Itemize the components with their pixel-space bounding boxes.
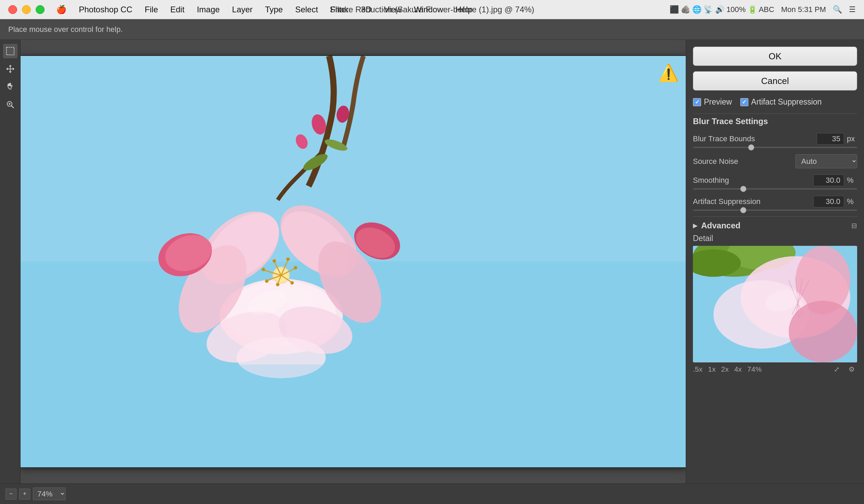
artifact-suppression-unit: %	[847, 197, 857, 206]
blur-trace-bounds-header: Blur Trace Bounds px	[693, 133, 857, 145]
cancel-button[interactable]: Cancel	[693, 71, 857, 91]
smoothing-unit: %	[847, 176, 857, 185]
blur-trace-bounds-unit: px	[847, 134, 857, 143]
blur-trace-bounds-slider[interactable]	[693, 147, 857, 148]
detail-preview-svg	[693, 246, 857, 362]
marquee-tool[interactable]	[3, 44, 17, 58]
zoom-0.5x[interactable]: .5x	[693, 365, 703, 373]
search-icon[interactable]: 🔍	[833, 5, 842, 14]
bottom-bar: − + 74% 50% 100% 200%	[0, 483, 864, 504]
canvas-area[interactable]: ⚠️	[21, 40, 686, 483]
zoom-2x[interactable]: 2x	[721, 365, 729, 373]
zoom-1x[interactable]: 1x	[708, 365, 716, 373]
menu-edit[interactable]: Edit	[164, 3, 191, 16]
advanced-label: Advanced	[701, 221, 741, 230]
titlebar-right: ⬛ 🪨 🌐 📡 🔊 100% 🔋 ABC Mon 5:31 PM 🔍 ☰	[670, 5, 856, 14]
artifact-suppression-label: Artifact Suppression	[751, 97, 822, 107]
zoom-tool[interactable]	[3, 97, 17, 112]
menu-image[interactable]: Image	[191, 3, 226, 16]
source-noise-row: Source Noise Auto Low Medium High	[693, 154, 857, 168]
menu-photoshop[interactable]: Photoshop CC	[73, 3, 139, 16]
checkboxes-row: Preview Artifact Suppression	[693, 96, 857, 108]
preview-checkbox[interactable]: Preview	[693, 97, 732, 107]
svg-point-39	[262, 268, 265, 271]
left-toolbar	[0, 40, 21, 483]
app-container: Place mouse over control for help.	[0, 19, 864, 504]
artifact-suppression-header: Artifact Suppression %	[693, 196, 857, 207]
artifact-suppression-input[interactable]	[813, 196, 844, 207]
right-panel: OK Cancel Preview Artifact Suppression B…	[686, 40, 864, 483]
zoom-minus-button[interactable]: −	[5, 489, 16, 500]
blur-trace-bounds-input[interactable]	[817, 133, 844, 145]
canvas-image: ⚠️	[21, 56, 686, 467]
menu-type[interactable]: Type	[259, 3, 289, 16]
artifact-suppression-settings-label: Artifact Suppression	[693, 197, 760, 206]
smoothing-input[interactable]	[813, 175, 844, 186]
zoom-74pct[interactable]: 74%	[747, 365, 762, 373]
maximize-button[interactable]	[36, 5, 45, 14]
warning-icon: ⚠️	[658, 63, 679, 83]
ok-button[interactable]: OK	[693, 47, 857, 66]
smoothing-header: Smoothing %	[693, 175, 857, 186]
smoothing-slider[interactable]	[693, 188, 857, 190]
detail-settings-icon[interactable]: ⚙	[846, 364, 857, 375]
advanced-options-icon[interactable]: ⊟	[851, 221, 857, 230]
hint-text: Place mouse over control for help.	[8, 25, 123, 34]
hand-tool[interactable]	[3, 80, 17, 94]
content-area: ⚠️ OK Cancel Preview Artifact Suppressio…	[0, 40, 864, 483]
move-tool[interactable]	[3, 62, 17, 76]
titlebar: 🍎 Photoshop CC File Edit Image Layer Typ…	[0, 0, 864, 19]
sys-icons: ⬛ 🪨 🌐 📡 🔊 100% 🔋 ABC	[670, 5, 774, 14]
svg-rect-0	[7, 47, 14, 55]
svg-point-33	[273, 259, 276, 263]
detail-zoom-options: .5x 1x 2x 4x 74%	[693, 365, 762, 373]
artifact-suppression-slider[interactable]	[693, 209, 857, 211]
blur-trace-section-title: Blur Trace Settings	[693, 113, 857, 128]
blur-trace-bounds-value-group: px	[817, 133, 857, 145]
hint-bar: Place mouse over control for help.	[0, 19, 864, 40]
zoom-4x[interactable]: 4x	[734, 365, 742, 373]
detail-preview[interactable]	[693, 246, 857, 362]
blur-trace-bounds-label: Blur Trace Bounds	[693, 134, 755, 143]
svg-rect-43	[21, 364, 686, 467]
zoom-select[interactable]: 74% 50% 100% 200%	[33, 488, 65, 500]
minimize-button[interactable]	[22, 5, 31, 14]
artifact-suppression-checkbox-box[interactable]	[740, 98, 748, 106]
advanced-triangle-icon: ▶	[693, 222, 698, 229]
svg-point-53	[789, 301, 857, 362]
clock: Mon 5:31 PM	[781, 5, 826, 14]
apple-menu[interactable]: 🍎	[50, 3, 73, 16]
source-noise-label: Source Noise	[693, 157, 738, 166]
smoothing-row: Smoothing %	[693, 175, 857, 190]
svg-line-2	[11, 106, 14, 108]
menu-layer[interactable]: Layer	[226, 3, 259, 16]
detail-zoom-icons: ⤢ ⚙	[831, 364, 857, 375]
source-noise-header: Source Noise Auto Low Medium High	[693, 154, 857, 168]
artifact-suppression-row: Artifact Suppression %	[693, 196, 857, 211]
advanced-title-row: ▶ Advanced	[693, 221, 741, 230]
artifact-suppression-checkbox[interactable]: Artifact Suppression	[740, 97, 822, 107]
preview-label: Preview	[704, 97, 732, 107]
blur-trace-bounds-row: Blur Trace Bounds px	[693, 133, 857, 148]
menu-select[interactable]: Select	[289, 3, 324, 16]
smoothing-label: Smoothing	[693, 176, 729, 185]
svg-point-38	[265, 279, 268, 283]
advanced-section: ▶ Advanced ⊟ Detail	[693, 216, 857, 376]
svg-rect-6	[21, 56, 686, 262]
preview-checkbox-box[interactable]	[693, 98, 701, 106]
detail-fit-icon[interactable]: ⤢	[831, 364, 842, 375]
menu-file[interactable]: File	[139, 3, 164, 16]
close-button[interactable]	[8, 5, 17, 14]
zoom-controls: − + 74% 50% 100% 200%	[5, 488, 65, 500]
canvas-wrapper: ⚠️	[21, 55, 686, 468]
smoothing-value-group: %	[813, 175, 857, 186]
svg-point-35	[294, 266, 297, 269]
list-icon[interactable]: ☰	[849, 5, 856, 14]
svg-point-37	[276, 283, 279, 286]
source-noise-select[interactable]: Auto Low Medium High	[795, 154, 857, 168]
advanced-header[interactable]: ▶ Advanced ⊟	[693, 221, 857, 230]
zoom-plus-button[interactable]: +	[19, 489, 30, 500]
settings-group: Blur Trace Bounds px Source Noise Auto	[693, 133, 857, 211]
svg-point-36	[290, 281, 294, 285]
traffic-lights	[8, 5, 45, 14]
